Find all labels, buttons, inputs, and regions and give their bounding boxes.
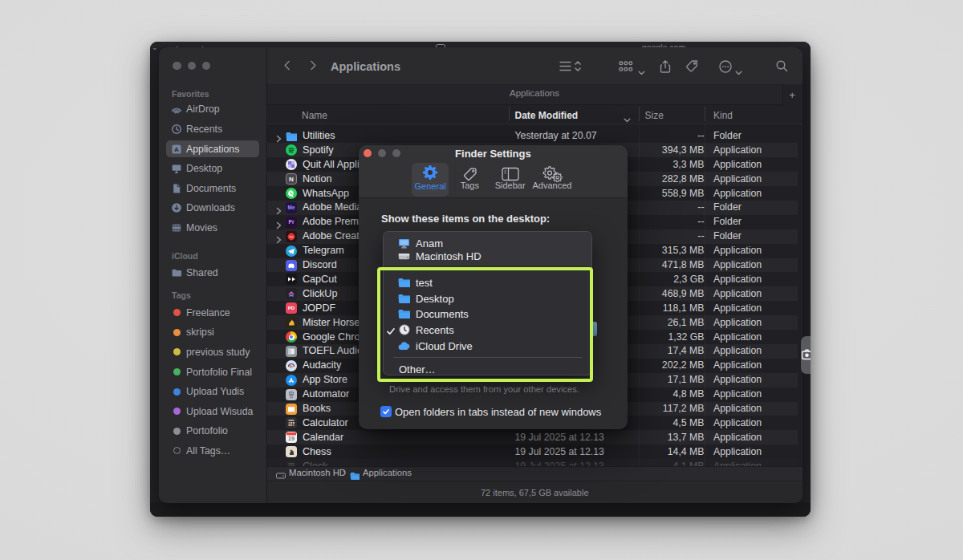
- svg-text:A: A: [174, 146, 179, 153]
- svg-text:19: 19: [288, 436, 295, 442]
